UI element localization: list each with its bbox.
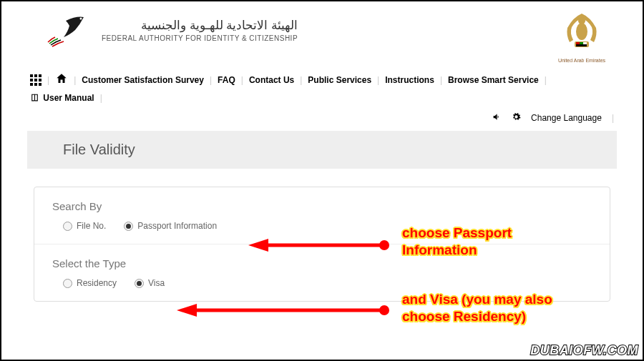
radio-label: File No. [77, 221, 106, 231]
main-nav: | | Customer Satisfaction Survey | FAQ |… [1, 66, 643, 109]
annotation-text: and Visa (you may also choose Residency) [402, 291, 552, 325]
nav-separator: | [241, 75, 243, 85]
falcon-logo-icon [41, 10, 91, 49]
nav-instructions[interactable]: Instructions [385, 75, 434, 85]
apps-grid-icon[interactable] [30, 74, 42, 86]
svg-point-10 [379, 240, 389, 250]
radio-label: Residency [77, 278, 117, 288]
eagle-emblem-icon [559, 10, 605, 56]
radio-file-no[interactable]: File No. [63, 221, 106, 231]
nav-faq[interactable]: FAQ [218, 75, 235, 85]
nav-separator: | [545, 75, 547, 85]
radio-label: Passport Information [137, 221, 217, 231]
authority-name-arabic: الهيئة الاتحادية للهـوية والجنسية [102, 18, 298, 33]
page-title-bar: File Validity [27, 131, 617, 169]
annotation-2: and Visa (you may also choose Residency) [402, 291, 552, 325]
radio-label: Visa [148, 278, 165, 288]
svg-rect-5 [580, 42, 583, 44]
nav-separator: | [74, 75, 76, 85]
nav-browse-smart-service[interactable]: Browse Smart Service [448, 75, 539, 85]
radio-visa[interactable]: Visa [135, 278, 165, 288]
radio-icon [63, 222, 72, 231]
page-title: File Validity [63, 142, 581, 158]
nav-separator: | [100, 93, 102, 103]
radio-passport-information[interactable]: Passport Information [124, 221, 217, 231]
svg-point-13 [379, 305, 389, 315]
page-header: الهيئة الاتحادية للهـوية والجنسية FEDERA… [1, 1, 643, 66]
book-icon [30, 93, 43, 103]
nav-separator: | [210, 75, 212, 85]
annotation-arrow-2 [177, 302, 391, 318]
nav-separator: | [47, 75, 49, 85]
svg-point-2 [578, 17, 585, 24]
radio-icon [63, 279, 72, 288]
watermark: DUBAIOFW.COM [530, 343, 638, 358]
annotation-arrow-1 [248, 237, 391, 253]
authority-name-english: FEDERAL AUTHORITY FOR IDENTITY & CITIZEN… [102, 34, 298, 42]
emblem-label: United Arab Emirates [550, 58, 614, 63]
nav-separator: | [612, 113, 614, 123]
change-language-link[interactable]: Change Language [531, 113, 602, 123]
nav-customer-satisfaction[interactable]: Customer Satisfaction Survey [82, 75, 204, 85]
svg-marker-12 [177, 304, 197, 317]
svg-point-1 [576, 23, 587, 40]
svg-rect-7 [576, 44, 587, 46]
radio-icon [135, 279, 144, 288]
nav-user-manual[interactable]: User Manual [30, 93, 94, 103]
annotation-1: choose Passport Information [402, 224, 512, 259]
select-type-label: Select the Type [52, 257, 592, 269]
nav-separator: | [440, 75, 442, 85]
nav-separator: | [300, 75, 302, 85]
gear-icon[interactable] [512, 112, 521, 124]
radio-icon [124, 222, 133, 231]
svg-point-0 [80, 18, 82, 20]
svg-rect-6 [583, 42, 587, 44]
utility-bar: Change Language | [1, 109, 643, 131]
svg-rect-4 [576, 42, 580, 44]
nav-public-services[interactable]: Public Services [308, 75, 371, 85]
svg-marker-9 [248, 239, 268, 252]
uae-emblem: United Arab Emirates [550, 10, 614, 63]
annotation-text: choose Passport Information [402, 224, 512, 259]
authority-logo: الهيئة الاتحادية للهـوية والجنسية FEDERA… [41, 10, 298, 49]
radio-residency[interactable]: Residency [63, 278, 117, 288]
nav-separator: | [377, 75, 379, 85]
sound-icon[interactable] [492, 112, 502, 124]
home-icon[interactable] [55, 72, 68, 87]
nav-contact-us[interactable]: Contact Us [249, 75, 294, 85]
search-by-label: Search By [52, 200, 592, 212]
search-by-section: Search By File No. Passport Information [34, 187, 610, 244]
